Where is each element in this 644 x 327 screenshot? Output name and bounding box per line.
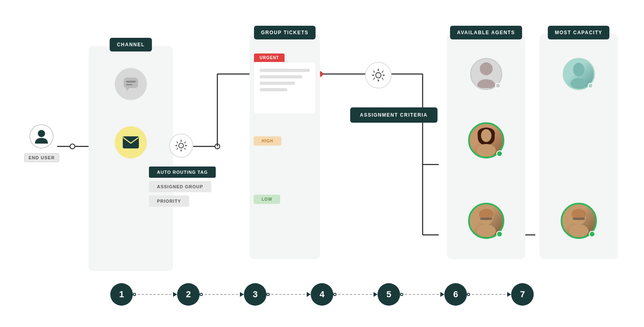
svg-marker-20 [126,88,129,91]
urgent-ticket-card: URGENT [254,62,316,114]
urgent-label: URGENT [254,53,285,62]
svg-point-1 [70,144,75,149]
step-1: 1 [110,283,133,306]
svg-marker-48 [507,292,511,297]
agent-1-wrap [470,58,502,90]
end-user-section: END USER [24,124,59,162]
group-tickets-panel: GROUP TICKETS URGENT HIGH LOW [250,34,320,259]
most-capacity-header: MOST CAPACITY [548,26,610,39]
channel-panel: CHANNEL [89,46,173,271]
steps-row: 1 2 3 4 5 6 [110,283,534,306]
svg-point-41 [569,224,588,237]
svg-rect-19 [124,78,138,88]
agent-mc-1-wrap [563,58,595,90]
step-connector-4 [333,292,378,297]
svg-marker-47 [440,292,444,297]
available-agents-panel: AVAILABLE AGENTS [447,34,525,259]
step-5: 5 [378,283,400,306]
most-capacity-panel: MOST CAPACITY [539,34,618,259]
svg-point-38 [571,78,587,88]
step-7: 7 [511,283,534,306]
svg-point-6 [215,144,220,149]
step-connector-5 [400,292,444,297]
svg-point-29 [477,79,495,88]
main-diagram: END USER CHANNEL [20,22,624,306]
auto-routing-tag-label: AUTO ROUTING TAG [149,167,216,178]
step-connector-1 [133,292,177,297]
svg-point-18 [38,130,45,137]
svg-rect-22 [126,84,132,85]
channel-header: CHANNEL [109,38,152,51]
step-connector-6 [467,292,511,297]
svg-point-35 [477,224,496,237]
svg-rect-21 [126,81,136,82]
priority-label: PRIORITY [149,195,189,207]
routing-tags-area: AUTO ROUTING TAG ASSIGNED GROUP PRIORITY [149,167,216,207]
step-2: 2 [177,283,200,306]
svg-point-25 [179,144,183,148]
agent-2-wrap [468,122,504,158]
svg-rect-23 [123,136,139,148]
svg-marker-43 [173,292,177,297]
group-tickets-header: GROUP TICKETS [254,26,316,39]
step-6: 6 [444,283,467,306]
email-icon [115,126,147,158]
svg-point-31 [481,129,491,142]
svg-marker-45 [307,292,311,297]
low-label: LOW [254,195,280,204]
assignment-criteria-label: ASSIGNMENT CRITERIA [350,107,438,123]
gear-2-icon [365,62,392,88]
assignment-criteria-box: ASSIGNMENT CRITERIA [350,107,438,123]
chat-bubble-icon [115,68,147,100]
step-connector-3 [266,292,311,297]
agent-mc-2-wrap [561,203,597,239]
svg-rect-36 [480,218,492,220]
svg-marker-46 [374,292,378,297]
step-3: 3 [244,283,266,306]
svg-point-27 [376,73,380,77]
person-icon [29,124,54,148]
svg-point-32 [477,144,496,156]
end-user-label: END USER [24,153,59,162]
assigned-group-label: ASSIGNED GROUP [149,181,211,192]
svg-rect-42 [573,218,585,220]
svg-point-37 [573,63,584,76]
step-connector-2 [200,292,244,297]
agent-3-wrap [468,203,504,239]
svg-point-28 [480,62,493,75]
high-label: HIGH [254,136,281,146]
step-4: 4 [311,283,333,306]
gear-1-icon [169,134,193,158]
available-agents-header: AVAILABLE AGENTS [450,26,522,39]
svg-marker-44 [240,292,244,297]
flow-wrapper: END USER CHANNEL [20,22,624,271]
